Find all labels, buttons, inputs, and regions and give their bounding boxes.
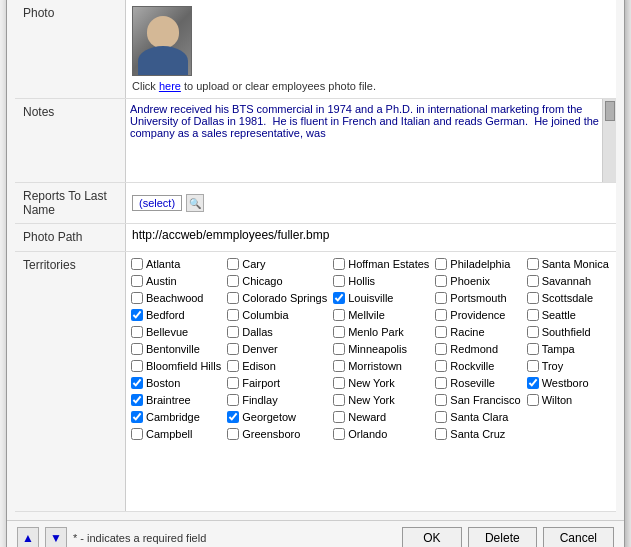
territory-checkbox[interactable] — [527, 326, 539, 338]
territory-label[interactable]: Redmond — [450, 343, 498, 355]
territory-checkbox[interactable] — [131, 292, 143, 304]
territory-label[interactable]: Beachwood — [146, 292, 204, 304]
territory-checkbox[interactable] — [333, 377, 345, 389]
territory-checkbox[interactable] — [333, 258, 345, 270]
territory-label[interactable]: San Francisco — [450, 394, 520, 406]
territory-label[interactable]: New York — [348, 394, 394, 406]
territory-checkbox[interactable] — [527, 309, 539, 321]
territory-label[interactable]: Bedford — [146, 309, 185, 321]
territory-checkbox[interactable] — [227, 343, 239, 355]
territory-checkbox[interactable] — [333, 394, 345, 406]
territory-checkbox[interactable] — [131, 326, 143, 338]
territory-checkbox[interactable] — [333, 292, 345, 304]
territory-label[interactable]: Phoenix — [450, 275, 490, 287]
territory-checkbox[interactable] — [131, 309, 143, 321]
nav-down-button[interactable]: ▼ — [45, 527, 67, 547]
delete-button[interactable]: Delete — [468, 527, 537, 547]
territory-checkbox[interactable] — [527, 360, 539, 372]
territory-checkbox[interactable] — [131, 275, 143, 287]
territory-label[interactable]: Cambridge — [146, 411, 200, 423]
territory-label[interactable]: Colorado Springs — [242, 292, 327, 304]
territory-checkbox[interactable] — [527, 275, 539, 287]
territory-label[interactable]: Fairport — [242, 377, 280, 389]
territory-label[interactable]: Morristown — [348, 360, 402, 372]
territory-checkbox[interactable] — [131, 258, 143, 270]
territory-label[interactable]: Westboro — [542, 377, 589, 389]
territory-label[interactable]: Atlanta — [146, 258, 180, 270]
territory-checkbox[interactable] — [333, 343, 345, 355]
territory-checkbox[interactable] — [227, 428, 239, 440]
territory-checkbox[interactable] — [527, 377, 539, 389]
territory-label[interactable]: Hollis — [348, 275, 375, 287]
territory-checkbox[interactable] — [131, 411, 143, 423]
notes-textarea[interactable] — [126, 99, 616, 179]
territory-checkbox[interactable] — [227, 394, 239, 406]
territory-label[interactable]: Edison — [242, 360, 276, 372]
photo-path-input[interactable] — [132, 228, 610, 242]
territory-label[interactable]: Austin — [146, 275, 177, 287]
territory-label[interactable]: Braintree — [146, 394, 191, 406]
territory-label[interactable]: Southfield — [542, 326, 591, 338]
territory-label[interactable]: Georgetow — [242, 411, 296, 423]
territory-label[interactable]: Tampa — [542, 343, 575, 355]
territory-checkbox[interactable] — [131, 343, 143, 355]
territory-label[interactable]: Portsmouth — [450, 292, 506, 304]
nav-up-button[interactable]: ▲ — [17, 527, 39, 547]
territory-checkbox[interactable] — [435, 292, 447, 304]
territory-checkbox[interactable] — [227, 258, 239, 270]
territory-checkbox[interactable] — [435, 360, 447, 372]
territory-label[interactable]: Philadelphia — [450, 258, 510, 270]
territory-label[interactable]: Greensboro — [242, 428, 300, 440]
territory-label[interactable]: Dallas — [242, 326, 273, 338]
territory-label[interactable]: Rockville — [450, 360, 494, 372]
territory-label[interactable]: Orlando — [348, 428, 387, 440]
territory-label[interactable]: Louisville — [348, 292, 393, 304]
territory-label[interactable]: Bentonville — [146, 343, 200, 355]
territory-checkbox[interactable] — [435, 326, 447, 338]
territory-label[interactable]: Providence — [450, 309, 505, 321]
territory-label[interactable]: Mellvile — [348, 309, 385, 321]
territory-label[interactable]: Roseville — [450, 377, 495, 389]
territory-label[interactable]: Chicago — [242, 275, 282, 287]
cancel-button[interactable]: Cancel — [543, 527, 614, 547]
territory-label[interactable]: Scottsdale — [542, 292, 593, 304]
territory-checkbox[interactable] — [131, 377, 143, 389]
territory-checkbox[interactable] — [435, 377, 447, 389]
territory-checkbox[interactable] — [435, 394, 447, 406]
territory-checkbox[interactable] — [527, 343, 539, 355]
territory-checkbox[interactable] — [227, 326, 239, 338]
territory-label[interactable]: Santa Cruz — [450, 428, 505, 440]
territory-checkbox[interactable] — [527, 394, 539, 406]
territory-checkbox[interactable] — [333, 309, 345, 321]
territory-checkbox[interactable] — [227, 377, 239, 389]
territory-label[interactable]: Cary — [242, 258, 265, 270]
territory-checkbox[interactable] — [131, 360, 143, 372]
territory-checkbox[interactable] — [435, 343, 447, 355]
territory-checkbox[interactable] — [435, 309, 447, 321]
notes-scrollbar[interactable] — [602, 99, 616, 182]
territory-label[interactable]: Santa Monica — [542, 258, 609, 270]
territory-checkbox[interactable] — [227, 292, 239, 304]
territory-label[interactable]: Minneapolis — [348, 343, 407, 355]
territory-label[interactable]: New York — [348, 377, 394, 389]
territory-checkbox[interactable] — [333, 326, 345, 338]
territory-label[interactable]: Neward — [348, 411, 386, 423]
territory-label[interactable]: Racine — [450, 326, 484, 338]
territory-label[interactable]: Savannah — [542, 275, 592, 287]
territory-label[interactable]: Hoffman Estates — [348, 258, 429, 270]
territory-checkbox[interactable] — [227, 411, 239, 423]
territory-checkbox[interactable] — [131, 428, 143, 440]
territory-label[interactable]: Boston — [146, 377, 180, 389]
territory-label[interactable]: Troy — [542, 360, 564, 372]
territory-label[interactable]: Findlay — [242, 394, 277, 406]
territory-checkbox[interactable] — [227, 309, 239, 321]
territory-label[interactable]: Bellevue — [146, 326, 188, 338]
territory-label[interactable]: Seattle — [542, 309, 576, 321]
territory-label[interactable]: Denver — [242, 343, 277, 355]
territory-checkbox[interactable] — [333, 360, 345, 372]
territory-label[interactable]: Santa Clara — [450, 411, 508, 423]
territory-checkbox[interactable] — [435, 411, 447, 423]
territory-label[interactable]: Menlo Park — [348, 326, 404, 338]
territory-checkbox[interactable] — [333, 411, 345, 423]
territory-checkbox[interactable] — [527, 258, 539, 270]
